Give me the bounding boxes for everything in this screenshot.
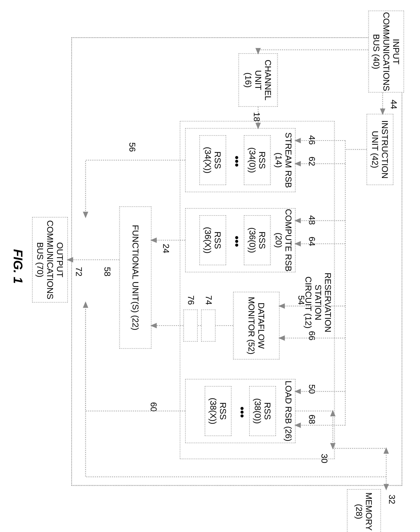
functional-units: FUNCTIONAL UNIT(S) (22) bbox=[119, 206, 151, 349]
memory-label: MEMORY (28) bbox=[354, 492, 374, 531]
ref-64: 64 bbox=[307, 237, 317, 246]
ref-54: 54 bbox=[296, 295, 306, 305]
stream-rss-x-label: RSS (34(X)) bbox=[203, 147, 223, 173]
compute-rss-0: RSS (36(0)) bbox=[244, 215, 270, 265]
instruction-unit: INSTRUCTION UNIT (42) bbox=[367, 114, 393, 185]
ref-44: 44 bbox=[389, 100, 399, 109]
input-comm-bus-label: INPUT COMMUNICATIONS BUS (40) bbox=[372, 12, 401, 91]
ref-74: 74 bbox=[204, 295, 214, 305]
load-dots: ••• bbox=[236, 407, 248, 418]
ref-56: 56 bbox=[127, 142, 137, 152]
load-rss-0-label: RSS (38(0)) bbox=[253, 398, 272, 424]
compute-rss-x: RSS (36(X)) bbox=[199, 215, 226, 265]
functional-units-label: FUNCTIONAL UNIT(S) (22) bbox=[130, 225, 140, 330]
channel-unit-label: CHANNEL UNIT (16) bbox=[243, 60, 273, 100]
ref-30: 30 bbox=[319, 454, 329, 463]
box-76 bbox=[183, 310, 198, 342]
output-comm-bus: OUTPUT COMMUNICATIONS BUS (70) bbox=[32, 217, 68, 303]
ref-66: 66 bbox=[307, 331, 317, 340]
dataflow-monitor-label: DATAFLOW MONITOR (52) bbox=[247, 297, 266, 354]
memory: MEMORY (28) bbox=[347, 489, 381, 532]
compute-rsb-title: COMPUTE RSB (20) bbox=[274, 209, 293, 272]
ref-18: 18 bbox=[252, 112, 262, 122]
load-rsb-title: LOAD RSB (26) bbox=[284, 380, 293, 441]
ref-58: 58 bbox=[103, 267, 112, 276]
ref-24: 24 bbox=[161, 244, 171, 253]
ref-32: 32 bbox=[387, 495, 397, 504]
box-74 bbox=[201, 310, 215, 342]
stream-rss-x: RSS (34(X)) bbox=[199, 135, 226, 185]
stream-rss-0-label: RSS (34(0)) bbox=[247, 147, 267, 173]
ref-72: 72 bbox=[74, 267, 84, 276]
channel-unit: CHANNEL UNIT (16) bbox=[239, 53, 278, 107]
ref-76: 76 bbox=[186, 295, 196, 305]
ref-46: 46 bbox=[307, 135, 317, 145]
stream-rsb-title: STREAM RSB (14) bbox=[274, 132, 293, 188]
compute-dots: ••• bbox=[231, 236, 243, 247]
input-comm-bus: INPUT COMMUNICATIONS BUS (40) bbox=[368, 11, 404, 92]
reservation-title: RESERVATION STATION CIRCUIT (12) bbox=[303, 267, 333, 338]
compute-rss-0-label: RSS (36(0)) bbox=[247, 228, 267, 253]
ref-48: 48 bbox=[307, 215, 317, 225]
load-rss-x-label: RSS (38(X)) bbox=[208, 398, 228, 424]
ref-68: 68 bbox=[307, 415, 317, 424]
stream-dots: ••• bbox=[231, 156, 243, 167]
load-rss-x: RSS (38(X)) bbox=[205, 386, 231, 436]
figure-caption: FIG. 1 bbox=[11, 249, 25, 284]
ref-62: 62 bbox=[307, 157, 317, 166]
dataflow-monitor: DATAFLOW MONITOR (52) bbox=[233, 292, 279, 359]
output-comm-bus-label: OUTPUT COMMUNICATIONS BUS (70) bbox=[35, 220, 65, 299]
stream-rss-0: RSS (34(0)) bbox=[244, 135, 270, 185]
instruction-unit-label: INSTRUCTION UNIT (42) bbox=[370, 120, 390, 179]
ref-60: 60 bbox=[149, 402, 159, 411]
ref-50: 50 bbox=[307, 384, 317, 394]
load-rss-0: RSS (38(0)) bbox=[249, 386, 276, 436]
compute-rss-x-label: RSS (36(X)) bbox=[203, 227, 223, 253]
